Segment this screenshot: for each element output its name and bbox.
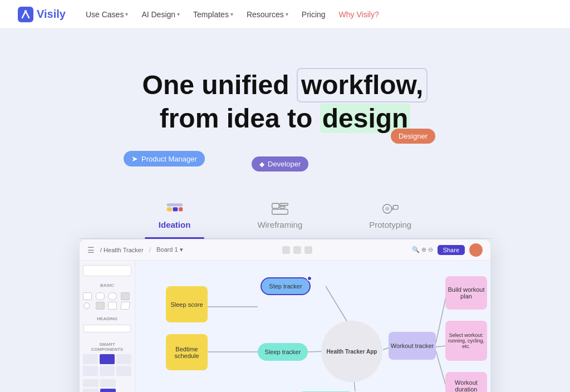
zoom-controls: 🔍 ⊕ ⊖ bbox=[412, 246, 433, 253]
shape-arrow[interactable] bbox=[121, 292, 130, 300]
user-avatar bbox=[469, 243, 483, 257]
node-sleep-tracker[interactable]: Sleep tracker bbox=[258, 343, 308, 361]
app-window: ☰ / Health Tracker / Board 1 ▾ 🔍 ⊕ ⊖ Sha… bbox=[79, 239, 491, 392]
app-sidebar: Basic Heading Smart Component bbox=[80, 261, 135, 392]
smart-comp-grid bbox=[82, 353, 132, 377]
node-bedtime[interactable]: Bedtime schedule bbox=[166, 334, 208, 370]
step-tracker-cursor bbox=[307, 276, 312, 281]
badge-developer: ◆ Developer bbox=[252, 156, 308, 171]
svg-point-11 bbox=[385, 207, 389, 211]
svg-rect-8 bbox=[280, 207, 285, 209]
toolbar-icon-1[interactable] bbox=[282, 246, 290, 254]
hero-section: One unified workflow, from idea to desig… bbox=[0, 29, 570, 392]
nav-templates[interactable]: Templates ▾ bbox=[193, 10, 233, 19]
workflow-highlight: workflow, bbox=[297, 68, 428, 102]
sidebar-section-label: Heading bbox=[82, 315, 132, 322]
breadcrumb-health: / Health Tracker bbox=[100, 247, 144, 253]
badge-designer: Designer bbox=[391, 129, 435, 144]
app-titlebar: ☰ / Health Tracker / Board 1 ▾ 🔍 ⊕ ⊖ Sha… bbox=[80, 239, 490, 261]
sidebar-section-shapes: Basic bbox=[82, 282, 132, 289]
svg-line-20 bbox=[436, 346, 446, 347]
ideation-icon bbox=[166, 202, 184, 215]
shape-hex[interactable] bbox=[108, 302, 117, 310]
comp-4[interactable] bbox=[83, 366, 98, 376]
badge-product-manager: ➤ Product Manager bbox=[124, 151, 205, 166]
nav-ai-design[interactable]: AI Design ▾ bbox=[141, 10, 180, 19]
logo-text: Visily bbox=[37, 8, 66, 21]
app-body: Basic Heading Smart Component bbox=[80, 261, 490, 392]
toolbar-icon-2[interactable] bbox=[293, 246, 301, 254]
shape-para[interactable] bbox=[120, 302, 130, 310]
svg-line-19 bbox=[436, 297, 446, 343]
shape-rect[interactable] bbox=[83, 292, 92, 300]
svg-rect-2 bbox=[166, 208, 171, 212]
prototyping-icon bbox=[381, 202, 399, 215]
tab-prototyping-label: Prototyping bbox=[369, 220, 411, 229]
svg-rect-9 bbox=[272, 209, 288, 214]
titlebar-right: 🔍 ⊕ ⊖ Share bbox=[412, 243, 483, 257]
svg-point-1 bbox=[24, 10, 27, 12]
tab-wireframing[interactable]: Wireframing bbox=[224, 195, 336, 238]
nav-resources[interactable]: Resources ▾ bbox=[247, 10, 288, 19]
app-canvas: Sleep score Bedtime schedule Step tracke… bbox=[135, 261, 490, 392]
shape-diamond[interactable] bbox=[83, 302, 91, 310]
titlebar-left: ☰ / Health Tracker / Board 1 ▾ bbox=[87, 246, 183, 254]
tab-prototyping[interactable]: Prototyping bbox=[336, 195, 445, 238]
app-window-container: ☰ / Health Tracker / Board 1 ▾ 🔍 ⊕ ⊖ Sha… bbox=[68, 239, 502, 392]
svg-rect-4 bbox=[179, 208, 183, 212]
node-select-workout[interactable]: Select workout: running, cycling, etc. bbox=[445, 321, 487, 361]
svg-rect-0 bbox=[18, 7, 33, 22]
share-button[interactable]: Share bbox=[438, 245, 465, 255]
logo[interactable]: Visily bbox=[18, 7, 66, 22]
svg-rect-5 bbox=[166, 203, 182, 206]
nav-pricing[interactable]: Pricing bbox=[302, 10, 326, 19]
tab-ideation[interactable]: Ideation bbox=[125, 195, 224, 238]
navigation: Visily Use Cases ▾ AI Design ▾ Templates… bbox=[0, 0, 570, 29]
sidebar-search[interactable] bbox=[83, 265, 131, 276]
node-health-tracker-app[interactable]: Health Tracker App bbox=[321, 321, 382, 382]
tabs-row: Ideation Wireframing bbox=[79, 195, 491, 239]
tab-ideation-label: Ideation bbox=[159, 220, 191, 229]
hero-heading: One unified workflow, from idea to desig… bbox=[90, 68, 480, 134]
shape-tri[interactable] bbox=[96, 302, 105, 310]
comp-1[interactable] bbox=[83, 354, 98, 364]
node-step-tracker[interactable]: Step tracker bbox=[261, 277, 311, 295]
shape-circle[interactable] bbox=[108, 292, 117, 300]
canvas-connections bbox=[135, 261, 490, 392]
comp-5[interactable] bbox=[100, 366, 115, 376]
tabs-section: Ideation Wireframing bbox=[68, 195, 502, 239]
smart-comp-label: Smart Components bbox=[82, 341, 132, 353]
svg-rect-7 bbox=[280, 203, 288, 205]
svg-line-21 bbox=[436, 351, 446, 386]
nav-use-cases[interactable]: Use Cases ▾ bbox=[86, 10, 128, 19]
wireframing-icon bbox=[271, 202, 289, 215]
shape-rounded[interactable] bbox=[96, 292, 105, 300]
menu-icon: ☰ bbox=[87, 246, 95, 254]
svg-rect-3 bbox=[173, 208, 178, 212]
breadcrumb-board: Board 1 ▾ bbox=[156, 246, 183, 253]
node-build-workout[interactable]: Build workout plan bbox=[445, 276, 487, 310]
node-workout-tracker[interactable]: Workout tracker bbox=[389, 332, 436, 360]
toolbar-icon-3[interactable] bbox=[304, 246, 312, 254]
smart-components-section: Smart Components bbox=[82, 341, 132, 392]
node-workout-duration[interactable]: Workout duration bbox=[445, 372, 487, 392]
toolbar-icons bbox=[282, 246, 312, 254]
nav-links: Use Cases ▾ AI Design ▾ Templates ▾ Reso… bbox=[86, 10, 379, 19]
shapes-grid bbox=[82, 291, 132, 311]
comp-2[interactable] bbox=[100, 354, 115, 364]
tab-wireframing-label: Wireframing bbox=[257, 220, 302, 229]
breadcrumb-sep: / bbox=[149, 246, 151, 254]
node-sleep-score[interactable]: Sleep score bbox=[166, 286, 208, 322]
svg-rect-6 bbox=[272, 203, 279, 208]
svg-rect-12 bbox=[394, 205, 399, 209]
nav-why-visily[interactable]: Why Visily? bbox=[339, 10, 379, 19]
comp-3[interactable] bbox=[116, 354, 131, 364]
comp-6[interactable] bbox=[116, 366, 131, 376]
